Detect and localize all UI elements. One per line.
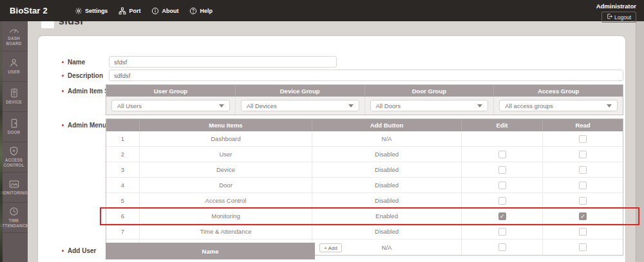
about-menu-item[interactable]: About [151,7,178,15]
name-input[interactable] [109,56,337,68]
port-label: Port [129,8,140,14]
logout-icon [607,14,612,21]
shield-plus-icon [9,146,19,156]
door-group-dropdown[interactable]: All Doors [370,100,489,111]
edit-header: Edit [462,119,543,131]
read-checkbox[interactable] [579,151,587,158]
vertical-scrollbar[interactable] [636,21,644,262]
chevron-down-icon [348,104,354,108]
access-group-dropdown[interactable]: All access groups [499,100,618,111]
name-label: Name [62,59,85,66]
sidebar-item-time-attendance[interactable]: TIME ATTENDANCE [0,203,28,233]
read-header: Read [543,119,623,131]
add-button-header: Add Button [312,119,462,131]
device-group-dropdown[interactable]: All Devices [241,100,359,111]
menu-table-header: Menu Items Add Button Edit Read [106,119,623,131]
user-icon [9,58,19,68]
sidebar-item-monitoring[interactable]: MONITORING [0,173,28,203]
question-icon [189,7,197,15]
admin-menu-settings-table: Menu Items Add Button Edit Read 1 Dashbo… [106,118,623,256]
door-group-header: Door Group [365,85,495,97]
access-group-header: Access Group [494,85,623,97]
read-checkbox[interactable] [579,166,587,174]
page-title: sfdsf [59,21,83,27]
edit-checkbox[interactable] [498,151,506,158]
read-checkbox[interactable] [579,212,587,220]
top-bar: BioStar 2 Settings Port [0,0,644,21]
required-marker [62,75,64,77]
edit-checkbox[interactable] [498,197,506,205]
user-group-dropdown[interactable]: All Users [111,100,230,111]
back-button[interactable] [41,21,55,29]
help-label: Help [200,8,213,14]
monitoring-icon [9,180,19,189]
port-menu-item[interactable]: Port [118,7,140,15]
description-input[interactable] [109,70,623,81]
read-checkbox[interactable] [579,228,587,236]
chevron-down-icon [219,104,224,108]
logout-label: Logout [614,14,631,21]
settings-label: Settings [85,8,108,14]
settings-menu-item[interactable]: Settings [75,7,108,15]
help-menu-item[interactable]: Help [189,7,213,15]
door-icon [10,118,19,128]
about-label: About [162,8,178,14]
add-user-name-header: Name [106,243,315,259]
chevron-down-icon [477,104,482,108]
device-group-header: Device Group [236,85,365,97]
menu-items-header: Menu Items [140,119,312,131]
edit-checkbox[interactable] [498,166,506,174]
top-menu: Settings Port About [75,7,213,15]
required-marker [62,250,64,252]
table-row-user: 2 User Disabled [106,147,623,162]
background-photo-strip [0,21,3,262]
user-group-header: User Group [106,85,236,97]
edit-checkbox[interactable] [498,228,506,236]
sidebar-item-device[interactable]: DEVICE [0,82,28,112]
edit-checkbox[interactable] [498,243,506,251]
main-content: sfdsf Name Description Admin Item Settin… [28,21,644,262]
logout-button[interactable]: Logout [601,12,636,23]
description-label: Description [62,72,103,79]
required-marker [62,124,64,126]
sidebar-item-access-control[interactable]: ACCESS CONTROL [0,142,28,173]
dashboard-icon [9,26,19,34]
table-row-device: 3 Device Disabled [106,162,623,178]
table-row-monitoring: 6 Monitoring Enabled [106,209,623,224]
sidebar-item-user[interactable]: USER [0,51,28,82]
sidebar-nav: DASH BOARD USER DEVICE DOOR [0,21,28,262]
table-row-dashboard: 1 Dashboard N/A [106,131,623,147]
sidebar-item-dashboard[interactable]: DASH BOARD [0,21,28,51]
read-checkbox[interactable] [579,135,587,143]
read-checkbox[interactable] [579,182,587,189]
settings-panel: Name Description Admin Item Settings Use… [37,35,626,262]
clock-icon [9,207,19,216]
port-icon [118,7,126,15]
sidebar-item-door[interactable]: DOOR [0,112,28,142]
gear-icon [75,7,82,15]
read-checkbox[interactable] [579,197,587,205]
admin-item-settings-table: User Group Device Group Door Group Acces… [106,84,623,115]
device-icon [10,88,19,98]
add-user-button[interactable]: + Add [319,243,342,252]
table-row-access-control: 5 Access Control Disabled [106,193,623,209]
edit-checkbox[interactable] [498,182,506,189]
read-checkbox[interactable] [579,243,587,251]
logged-in-user: Administrator [596,3,636,10]
table-row-time-attendance: 7 Time & Attendance Disabled [106,224,623,239]
info-icon [151,7,159,15]
required-marker [62,61,64,63]
table-row-door: 4 Door Disabled [106,178,623,193]
chevron-down-icon [607,104,612,108]
edit-checkbox[interactable] [498,212,506,220]
required-marker [62,90,64,92]
app-logo[interactable]: BioStar 2 [10,6,48,15]
add-user-label: Add User [62,247,96,254]
